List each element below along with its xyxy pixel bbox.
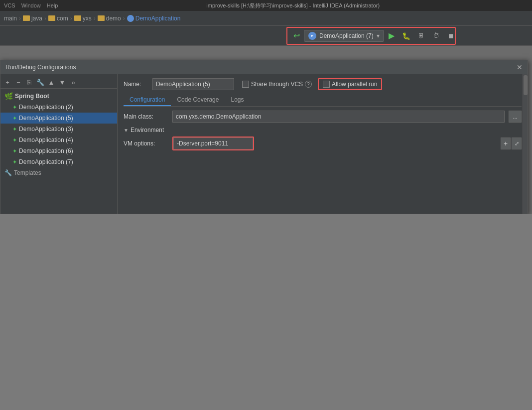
vm-options-add-button[interactable]: + (501, 137, 511, 149)
debug-icon: 🐛 (402, 32, 410, 40)
spring-boot-icon: 🌿 (4, 92, 13, 100)
tab-code-coverage-label: Code Coverage (177, 96, 219, 103)
templates-item[interactable]: 🔧 Templates (0, 167, 117, 178)
dialog-title: Run/Debug Configurations (5, 64, 76, 71)
dropdown-arrow-icon: ▾ (377, 32, 380, 39)
bc-com[interactable]: com (48, 15, 68, 22)
bc-demoapplication-label: DemoApplication (135, 15, 181, 22)
bc-main[interactable]: main (4, 15, 17, 22)
tree-item-label-2: DemoApplication (2) (19, 104, 73, 111)
allow-parallel-highlight-box: Allow parallel run (318, 78, 382, 90)
tab-logs[interactable]: Logs (225, 94, 250, 106)
left-panel-toolbar: + − ⎘ 🔧 ▲ ▼ » (0, 76, 117, 89)
profiler-button[interactable]: ⏱ (430, 29, 443, 42)
tree-item-demoapplication-5[interactable]: ✦ DemoApplication (5) (0, 113, 117, 124)
app-leaf-icon-5: ✦ (12, 115, 17, 122)
bc-demoapplication[interactable]: DemoApplication (127, 15, 181, 22)
add-config-button[interactable]: + (2, 77, 12, 87)
right-panel: Name: Share through VCS ? Allow parallel (118, 74, 528, 214)
tree-item-demoapplication-7[interactable]: ✦ DemoApplication (7) (0, 156, 117, 167)
debug-button[interactable]: 🐛 (400, 29, 413, 42)
main-class-browse-button[interactable]: ... (509, 111, 522, 123)
allow-parallel-checkbox[interactable] (323, 81, 330, 88)
more-icon: » (71, 79, 75, 86)
help-icon[interactable]: ? (305, 81, 312, 88)
dialog-close-button[interactable]: ✕ (517, 63, 523, 71)
bc-sep-5: › (123, 15, 125, 22)
tab-code-coverage[interactable]: Code Coverage (171, 94, 225, 106)
tree-item-demoapplication-3[interactable]: ✦ DemoApplication (3) (0, 124, 117, 135)
settings-config-button[interactable]: 🔧 (35, 77, 45, 87)
menu-help[interactable]: Help (47, 2, 58, 8)
back-arrow-button[interactable]: ↩ (290, 29, 303, 42)
stop-button[interactable]: ◼ (445, 29, 458, 42)
main-class-input[interactable] (172, 111, 505, 123)
tabs-bar: Configuration Code Coverage Logs (124, 94, 522, 107)
copy-icon: ⎘ (27, 79, 31, 86)
spring-boot-label: Spring Boot (15, 93, 49, 100)
bc-demo-label: demo (106, 15, 121, 22)
run-config-app-icon: ▸ (308, 32, 316, 40)
tree-item-demoapplication-6[interactable]: ✦ DemoApplication (6) (0, 145, 117, 156)
bc-com-label: com (57, 15, 68, 22)
more-options-button[interactable]: » (68, 77, 78, 87)
tab-configuration[interactable]: Configuration (124, 94, 171, 106)
add-icon: + (5, 79, 9, 86)
app-leaf-icon-4: ✦ (12, 137, 17, 143)
toolbar-area: ↩ ▸ DemoApplication (7) ▾ ▶ 🐛 ⛨ ⏱ ◼ (0, 26, 532, 46)
tree-item-label-6: DemoApplication (6) (19, 147, 73, 154)
remove-config-button[interactable]: − (13, 77, 23, 87)
run-config-dropdown[interactable]: ▸ DemoApplication (7) ▾ (304, 30, 384, 42)
copy-config-button[interactable]: ⎘ (24, 77, 34, 87)
folder-icon-com (48, 15, 55, 21)
bc-demo[interactable]: demo (98, 15, 121, 22)
tree-item-label-7: DemoApplication (7) (19, 158, 73, 165)
move-up-button[interactable]: ▲ (46, 77, 56, 87)
menu-vcs[interactable]: VCS (4, 2, 15, 8)
coverage-button[interactable]: ⛨ (415, 29, 428, 42)
bc-sep-4: › (94, 15, 96, 22)
tree-item-demoapplication-2[interactable]: ✦ DemoApplication (2) (0, 102, 117, 113)
tree-item-label-3: DemoApplication (3) (19, 126, 73, 133)
coverage-icon: ⛨ (418, 32, 424, 39)
dialog-title-bar: Run/Debug Configurations ✕ (0, 60, 528, 74)
down-arrow-icon: ▼ (59, 79, 66, 86)
vm-options-input[interactable] (173, 137, 253, 149)
bc-yxs[interactable]: yxs (74, 15, 92, 22)
app-leaf-icon-6: ✦ (12, 148, 17, 154)
menu-window[interactable]: Window (21, 2, 41, 8)
tab-logs-label: Logs (231, 96, 244, 103)
run-icon: ▶ (389, 31, 395, 40)
profiler-icon: ⏱ (433, 32, 439, 39)
main-class-label: Main class: (124, 113, 168, 120)
tab-configuration-label: Configuration (130, 96, 165, 103)
share-vcs-checkbox[interactable] (242, 81, 249, 88)
bc-sep-3: › (70, 15, 72, 22)
folder-icon-demo (98, 15, 105, 21)
run-button[interactable]: ▶ (385, 29, 398, 42)
run-debug-dialog: Run/Debug Configurations ✕ + − ⎘ 🔧 ▲ (0, 60, 528, 214)
templates-label: Templates (14, 169, 41, 176)
breadcrumb-bar: main › java › com › yxs › demo › DemoApp… (0, 11, 532, 26)
collapse-triangle-icon: ▼ (124, 128, 129, 133)
wrench-templates-icon: 🔧 (4, 169, 12, 176)
environment-section-header[interactable]: ▼ Environment (124, 127, 522, 134)
wrench-icon: 🔧 (36, 79, 44, 86)
bc-java[interactable]: java (23, 15, 42, 22)
move-down-button[interactable]: ▼ (57, 77, 67, 87)
app-leaf-icon-3: ✦ (12, 126, 17, 133)
tree-item-demoapplication-4[interactable]: ✦ DemoApplication (4) (0, 135, 117, 145)
spring-boot-group[interactable]: 🌿 Spring Boot (0, 91, 117, 102)
minus-icon: − (16, 79, 20, 86)
bc-sep-1: › (19, 15, 21, 22)
right-scrollbar[interactable] (523, 74, 528, 214)
folder-icon-java (23, 15, 30, 21)
name-input[interactable] (152, 78, 234, 90)
stop-icon: ◼ (448, 32, 454, 39)
share-vcs-label: Share through VCS (251, 81, 303, 88)
share-vcs-option: Share through VCS ? (242, 81, 312, 88)
vm-options-expand-button[interactable]: ⤢ (512, 137, 522, 149)
app-leaf-icon-2: ✦ (12, 104, 17, 111)
vm-options-input-group: + ⤢ (172, 137, 522, 150)
scrollbar-thumb (524, 75, 528, 95)
